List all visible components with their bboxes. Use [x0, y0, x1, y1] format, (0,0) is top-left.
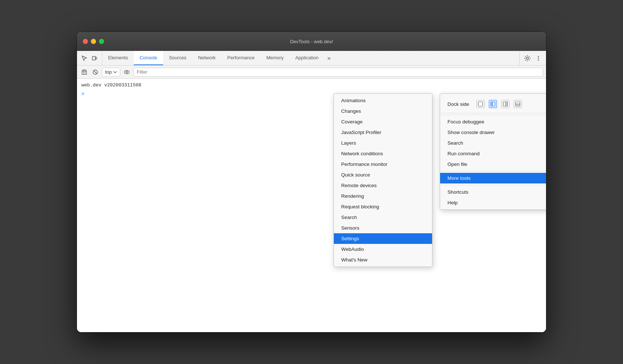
- filter-input[interactable]: [133, 68, 543, 77]
- menu-item-rendering[interactable]: Rendering: [334, 191, 432, 201]
- svg-rect-1: [96, 57, 97, 59]
- menu-item-quick-source[interactable]: Quick source: [334, 170, 432, 180]
- more-tabs-button[interactable]: »: [324, 51, 333, 65]
- dock-bottom-button[interactable]: [514, 100, 522, 108]
- tab-elements[interactable]: Elements: [102, 51, 134, 65]
- menu-item-sensors[interactable]: Sensors: [334, 223, 432, 233]
- tabs-right-icons: [519, 51, 546, 65]
- console-content: web.dev v202003311508 > Animations Chang…: [77, 79, 546, 332]
- menu-item-coverage[interactable]: Coverage: [334, 116, 432, 127]
- tab-sources[interactable]: Sources: [163, 51, 192, 65]
- menu-divider-3: [440, 185, 546, 185]
- menu-item-javascript-profiler[interactable]: JavaScript Profiler: [334, 127, 432, 138]
- svg-point-2: [526, 57, 528, 59]
- window-controls: [83, 39, 104, 44]
- inspect-element-button[interactable]: [80, 54, 89, 63]
- tabs-left-icons: [77, 51, 102, 65]
- settings-icon-button[interactable]: [523, 53, 532, 63]
- svg-marker-6: [82, 70, 86, 74]
- svg-point-12: [124, 70, 129, 74]
- maximize-button[interactable]: [99, 39, 104, 44]
- menu-item-animations[interactable]: Animations: [334, 95, 432, 106]
- menu-divider-2: [440, 171, 546, 171]
- svg-rect-16: [491, 102, 493, 106]
- settings-menu-search[interactable]: Search ⌘⌥F: [440, 138, 546, 148]
- menu-item-request-blocking[interactable]: Request blocking: [334, 201, 432, 212]
- tab-console[interactable]: Console: [134, 51, 163, 65]
- menu-item-search[interactable]: Search: [334, 212, 432, 223]
- menu-divider-1: [440, 115, 546, 115]
- svg-point-5: [538, 59, 539, 60]
- dock-left-button[interactable]: [489, 100, 497, 108]
- svg-rect-14: [478, 102, 483, 106]
- dock-side-section: Dock side: [440, 95, 546, 113]
- settings-menu-shortcuts[interactable]: Shortcuts: [440, 187, 546, 197]
- menu-item-performance-monitor[interactable]: Performance monitor: [334, 159, 432, 170]
- close-button[interactable]: [83, 39, 88, 44]
- settings-menu-focus-debuggee[interactable]: Focus debuggee: [440, 116, 546, 127]
- menu-item-settings[interactable]: Settings: [334, 233, 432, 244]
- customize-menu-button[interactable]: [534, 53, 543, 63]
- svg-point-3: [538, 56, 539, 57]
- dock-right-button[interactable]: [501, 100, 509, 108]
- menu-item-whats-new[interactable]: What's New: [334, 255, 432, 265]
- menu-item-webaudio[interactable]: WebAudio: [334, 244, 432, 255]
- svg-rect-19: [506, 102, 508, 106]
- tab-memory[interactable]: Memory: [261, 51, 290, 65]
- console-toolbar: top: [77, 66, 546, 79]
- tab-network[interactable]: Network: [192, 51, 222, 65]
- block-request-button[interactable]: [91, 68, 100, 77]
- settings-menu-open-file[interactable]: Open file ⌘P: [440, 159, 546, 170]
- menu-item-changes[interactable]: Changes: [334, 106, 432, 116]
- dock-side-row: Dock side: [440, 97, 546, 111]
- dock-side-label: Dock side: [447, 101, 469, 107]
- devtools-body: Elements Console Sources Network Perform…: [77, 51, 546, 332]
- settings-menu-run-command[interactable]: Run command ⌘⇧P: [440, 148, 546, 159]
- device-toggle-button[interactable]: [90, 54, 99, 63]
- window-title: DevTools - web.dev/: [290, 39, 333, 44]
- tab-application[interactable]: Application: [290, 51, 325, 65]
- settings-menu-more-tools[interactable]: More tools ▶: [440, 173, 546, 183]
- title-bar: DevTools - web.dev/: [77, 32, 546, 51]
- customize-menu: Dock side: [440, 93, 546, 210]
- eye-icon-button[interactable]: [122, 68, 131, 77]
- settings-menu-show-console-drawer[interactable]: Show console drawer Esc: [440, 127, 546, 138]
- tabs-bar: Elements Console Sources Network Perform…: [77, 51, 546, 66]
- svg-line-11: [94, 70, 97, 73]
- dock-undock-button[interactable]: [476, 100, 484, 108]
- svg-rect-22: [516, 104, 520, 106]
- svg-point-13: [126, 71, 128, 73]
- menu-item-network-conditions[interactable]: Network conditions: [334, 148, 432, 159]
- settings-menu-help[interactable]: Help ▶: [440, 197, 546, 208]
- console-log-line: web.dev v202003311508: [81, 82, 542, 89]
- minimize-button[interactable]: [91, 39, 96, 44]
- context-selector[interactable]: top: [102, 68, 120, 77]
- menu-item-remote-devices[interactable]: Remote devices: [334, 180, 432, 191]
- more-tools-submenu: Animations Changes Coverage JavaScript P…: [333, 93, 432, 267]
- menu-item-layers[interactable]: Layers: [334, 138, 432, 148]
- tab-performance[interactable]: Performance: [221, 51, 260, 65]
- svg-point-4: [538, 57, 539, 59]
- devtools-window: DevTools - web.dev/ Elements: [77, 32, 546, 332]
- svg-rect-0: [92, 56, 95, 60]
- clear-console-button[interactable]: [80, 68, 89, 77]
